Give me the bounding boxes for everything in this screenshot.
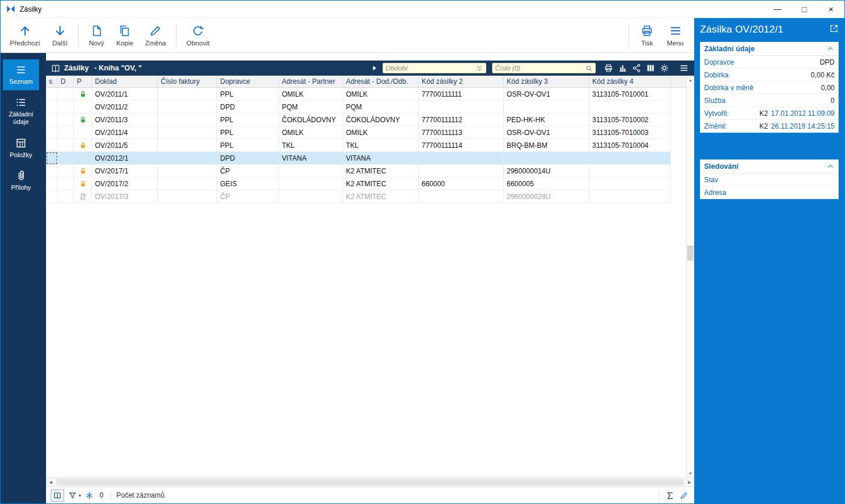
column-header-faktura[interactable]: Číslo faktury xyxy=(158,76,217,87)
table-region: sDPDokladČíslo fakturyDopravceAdresát - … xyxy=(46,76,694,477)
view-mode-icon[interactable] xyxy=(51,489,64,502)
table-row-ov-2011-4[interactable]: OV/2011/4PPLOMILKOMILK77700111113OSR-OV-… xyxy=(46,126,694,139)
chevron-up-icon[interactable] xyxy=(826,162,835,171)
table-row-ov-2011-1[interactable]: OV/2011/1PPLOMILKOMILK77700111111OSR-OV-… xyxy=(46,88,694,101)
edit-icon[interactable] xyxy=(678,490,690,501)
number-filter[interactable] xyxy=(492,63,596,73)
period-filter-input[interactable] xyxy=(386,65,476,72)
toolbar-button-kopie[interactable]: Kopie xyxy=(111,19,139,51)
menu-icon[interactable] xyxy=(678,63,690,73)
gear-icon[interactable] xyxy=(660,63,669,73)
open-in-window-icon[interactable] xyxy=(829,24,839,33)
period-filter[interactable] xyxy=(383,63,486,73)
columns-icon[interactable] xyxy=(646,63,655,73)
detail-section-header[interactable]: Sledování xyxy=(700,159,839,173)
column-header-kod4[interactable]: Kód zásilky 4 xyxy=(589,76,671,87)
printer-icon[interactable] xyxy=(604,63,613,73)
body: SeznamZákladní údajePoložkyPřílohy Zásil… xyxy=(1,53,694,503)
toolbar-button-tisk[interactable]: Tisk xyxy=(633,19,661,51)
cell-partner: ČOKOLÁDOVNY xyxy=(279,113,343,126)
expand-filter-icon[interactable] xyxy=(371,65,378,72)
vertical-scroll-track[interactable] xyxy=(687,84,694,469)
arrow-down-icon xyxy=(54,24,66,37)
doc-deleted-icon xyxy=(74,190,92,203)
column-header-dododb[interactable]: Adresát - Dod./Odb. xyxy=(343,76,419,87)
refresh-icon xyxy=(192,24,204,37)
table-row-ov-2012-1[interactable]: OV/2012/1DPDVITANAVITANA xyxy=(46,152,694,165)
table-row-ov-2011-2[interactable]: OV/2011/2DPDPQMPQM xyxy=(46,101,694,113)
cell-kod4 xyxy=(589,178,671,190)
toolbar-button-predchozi[interactable]: Předchozí xyxy=(4,19,46,51)
detail-row-vytvoril: Vytvořil:K217.01.2012 11:09:09 xyxy=(700,107,839,120)
detail-row-dobirka-v-mene: Dobírka v měně0,00 xyxy=(700,81,839,94)
window-title: Zásilky xyxy=(20,5,41,13)
toolbar-button-dalsi[interactable]: Další xyxy=(46,19,74,51)
scroll-up-arrow[interactable]: ▲ xyxy=(687,76,694,84)
sidebar-item-polozky[interactable]: Položky xyxy=(3,133,39,164)
column-header-p[interactable]: P xyxy=(74,76,92,87)
minimize-button[interactable]: — xyxy=(764,1,791,17)
horizontal-scroll-thumb[interactable] xyxy=(56,479,684,485)
left-column: PředchozíDalšíNovýKopieZměnaObnovit Tisk… xyxy=(1,18,694,503)
maximize-button[interactable]: □ xyxy=(791,1,818,17)
table-row-ov-2017-2[interactable]: OV/2017/2GEISK2 ATMITEC6600006600005 xyxy=(46,178,694,190)
cell-faktura xyxy=(158,139,217,152)
sidebar-item-zakladni-udaje[interactable]: Základní údaje xyxy=(3,92,39,130)
toolbar-button-zmena[interactable]: Změna xyxy=(139,19,172,51)
column-header-kod2[interactable]: Kód zásilky 2 xyxy=(419,76,504,87)
detail-section-header[interactable]: Základní údaje xyxy=(700,42,839,56)
menu-icon xyxy=(669,24,682,37)
chart-icon[interactable] xyxy=(618,63,627,73)
column-header-kod3[interactable]: Kód zásilky 3 xyxy=(504,76,589,87)
column-header-filler xyxy=(671,76,686,87)
vertical-scroll-thumb[interactable] xyxy=(687,246,694,261)
scroll-down-arrow[interactable]: ▼ xyxy=(687,469,694,477)
column-header-d[interactable]: D xyxy=(58,76,74,87)
toolbar-button-menu[interactable]: Menu xyxy=(661,19,690,51)
filter-icon[interactable] xyxy=(67,490,78,501)
freeze-icon[interactable] xyxy=(84,490,95,501)
horizontal-scroll-track[interactable] xyxy=(55,478,685,487)
detail-value: K2 xyxy=(759,122,768,130)
toolbar-separator xyxy=(628,23,629,47)
close-button[interactable]: × xyxy=(818,1,844,17)
filter-dropdown-arrow[interactable]: ▾ xyxy=(79,493,81,498)
toolbar-button-obnovit[interactable]: Obnovit xyxy=(181,19,215,51)
cell-faktura xyxy=(158,190,217,203)
toolbar-left-group: PředchozíDalšíNovýKopieZměnaObnovit xyxy=(4,19,215,51)
table-row-ov-2011-3[interactable]: OV/2011/3PPLČOKOLÁDOVNYČOKOLÁDOVNY777001… xyxy=(46,113,694,126)
vertical-scrollbar[interactable]: ▲ ▼ xyxy=(686,76,694,477)
cell-s xyxy=(46,139,58,152)
share-icon[interactable] xyxy=(632,63,641,73)
chevrons-down-icon[interactable] xyxy=(476,65,483,72)
number-filter-input[interactable] xyxy=(495,65,585,72)
table-row-ov-2017-1[interactable]: OV/2017/1ČPK2 ATMITEC2960000014U xyxy=(46,165,694,178)
sum-icon[interactable] xyxy=(664,490,676,501)
detail-row-sluzba: Služba0 xyxy=(700,94,839,107)
detail-label: Vytvořil: xyxy=(704,109,759,118)
column-header-s[interactable]: s xyxy=(46,76,58,87)
cell-kod3 xyxy=(504,101,589,113)
sidebar-item-seznam[interactable]: Seznam xyxy=(3,59,39,90)
horizontal-scrollbar[interactable]: ◀ ▶ xyxy=(46,477,694,487)
search-icon[interactable] xyxy=(585,65,593,72)
cell-dododb: OMILK xyxy=(343,88,419,101)
cell-kod2: 660000 xyxy=(419,178,504,190)
column-header-dopravce[interactable]: Dopravce xyxy=(217,76,279,87)
toolbar-button-novy[interactable]: Nový xyxy=(83,19,111,51)
cell-kod3: 2960000014U xyxy=(504,165,589,178)
table-row-ov-2017-3[interactable]: OV/2017/3ČPK2 ATMITEC2960000028U xyxy=(46,190,694,203)
detail-row-stav: Stav xyxy=(700,173,839,186)
form-icon xyxy=(15,97,27,108)
chevron-up-icon[interactable] xyxy=(826,45,835,53)
column-header-partner[interactable]: Adresát - Partner xyxy=(279,76,343,87)
column-header-doklad[interactable]: Doklad xyxy=(92,76,158,87)
sidebar-item-prilohy[interactable]: Přílohy xyxy=(3,165,39,196)
scroll-left-arrow[interactable]: ◀ xyxy=(46,480,55,485)
table-row-ov-2011-5[interactable]: OV/2011/5PPLTKLTKL77700111114BRQ-BM-BM31… xyxy=(46,139,694,152)
scroll-right-arrow[interactable]: ▶ xyxy=(685,480,694,485)
toolbar-button-label: Menu xyxy=(667,40,684,47)
cell-dopravce: PPL xyxy=(217,88,279,101)
cell-kod2 xyxy=(419,190,504,203)
cell-d xyxy=(58,113,74,126)
